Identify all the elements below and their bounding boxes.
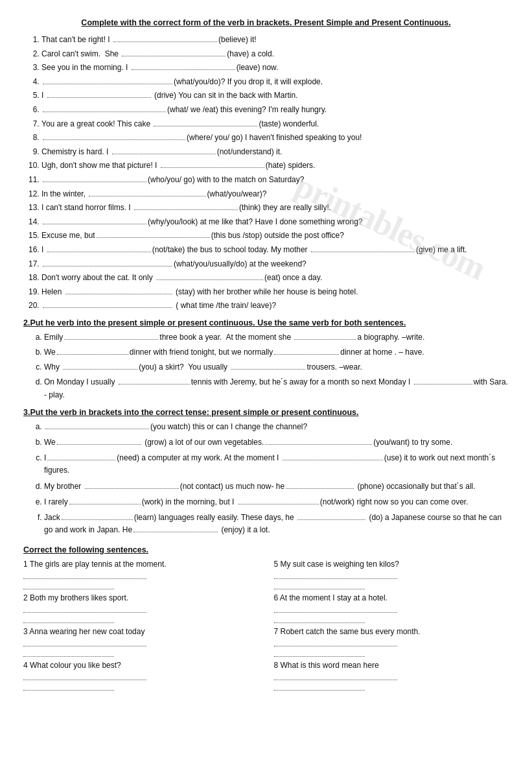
list-item: Don't worry about the cat. It only (eat)… (41, 272, 509, 284)
correct-line-5 (274, 570, 397, 579)
list-item: You are a great cook! This cake (taste) … (41, 118, 509, 130)
correct-line-2 (23, 604, 146, 613)
correct-item-7: 7 Robert catch the same bus every month. (274, 627, 509, 657)
correct-sentence-6: 6 At the moment I stay at a hotel. (274, 593, 509, 602)
list-item: ( what time /the train/ leave)? (41, 300, 509, 312)
correct-line-6b (274, 614, 365, 623)
list-item: I(need) a computer at my work. At the mo… (44, 452, 509, 477)
list-item: Wedinner with friend tonight, but we nor… (44, 346, 509, 359)
correct-line-7b (274, 648, 365, 657)
correct-item-2: 2 Both my brothers likes sport. (23, 593, 259, 623)
correct-line-1 (23, 570, 146, 579)
correct-item-4: 4 What colour you like best? (23, 661, 259, 691)
list-item: Emilythree book a year. At the moment sh… (44, 331, 509, 344)
main-title: Complete with the correct form of the ve… (23, 18, 509, 27)
list-item: (who/you/ go) with to the match on Satur… (41, 174, 509, 186)
list-item: Excuse me, but(this bus /stop) outside t… (41, 230, 509, 242)
correct-line-7 (274, 637, 397, 646)
correct-line-1b (23, 580, 114, 589)
list-item: (you watch) this or can I change the cha… (44, 421, 509, 433)
correct-line-3 (23, 637, 146, 646)
correct-col-right: 5 My suit case is weighing ten kilos? 6 … (274, 560, 509, 694)
list-item: In the winter, (what/you/wear)? (41, 188, 509, 200)
section2-list: Emilythree book a year. At the moment sh… (44, 331, 509, 401)
correct-line-4 (23, 671, 146, 680)
correct-sentence-4: 4 What colour you like best? (23, 661, 259, 670)
correct-section: Correct the following sentences. 1 The g… (23, 545, 509, 694)
correct-line-6 (274, 604, 397, 613)
correct-sentence-8: 8 What is this word mean here (274, 661, 509, 670)
list-item: I (not/take) the bus to school today. My… (41, 244, 509, 256)
correct-sentence-2: 2 Both my brothers likes sport. (23, 593, 259, 602)
list-item: Jack(learn) languages really easily. The… (44, 512, 509, 536)
correct-sentence-3: 3 Anna wearing her new coat today (23, 627, 259, 636)
correct-sentence-1: 1 The girls are play tennis at the momen… (23, 560, 259, 569)
correct-line-8b (274, 681, 365, 691)
list-item: Ugh, don't show me that picture! I (hate… (41, 160, 509, 172)
correct-col-left: 1 The girls are play tennis at the momen… (23, 560, 259, 694)
section3-title: 3.Put the verb in brackets into the corr… (23, 408, 509, 417)
correct-item-1: 1 The girls are play tennis at the momen… (23, 560, 259, 589)
correct-item-5: 5 My suit case is weighing ten kilos? (274, 560, 509, 589)
section2-title: 2.Put he verb into the present simple or… (23, 318, 509, 327)
list-item: Why (you) a skirt? You usually trousers.… (44, 361, 509, 373)
correct-grid: 1 The girls are play tennis at the momen… (23, 560, 509, 694)
list-item: I rarely(work) in the morning, but I (no… (44, 496, 509, 508)
correct-line-3b (23, 648, 114, 657)
correct-title: Correct the following sentences. (23, 545, 509, 554)
correct-line-4b (23, 681, 114, 691)
correct-line-5b (274, 580, 365, 589)
list-item: I (drive) You can sit in the back with M… (41, 89, 509, 102)
list-item: My brother (not contact) us much now- he… (44, 480, 509, 493)
list-item: See you in the morning. I (leave) now. (41, 62, 509, 74)
list-item: (why/you/look) at me like that? Have I d… (41, 216, 509, 228)
list-item: (where/ you/ go) I haven't finished spea… (41, 132, 509, 144)
list-item: That can't be right! I (believe) it! (41, 34, 509, 46)
list-item: Helen (stay) with her brother while her … (41, 286, 509, 298)
list-item: I can't stand horror films. I (think) th… (41, 202, 509, 214)
correct-line-8 (274, 671, 397, 680)
section3-list: (you watch) this or can I change the cha… (44, 421, 509, 537)
correct-line-2b (23, 614, 114, 623)
list-item: Carol can't swim. She (have) a cold. (41, 48, 509, 60)
list-item: (what/ we /eat) this evening? I'm really… (41, 104, 509, 116)
list-item: (what/you/do)? If you drop it, it will e… (41, 76, 509, 88)
correct-item-8: 8 What is this word mean here (274, 661, 509, 691)
correct-item-3: 3 Anna wearing her new coat today (23, 627, 259, 657)
list-item: On Monday I usually tennis with Jeremy, … (44, 376, 509, 401)
correct-sentence-7: 7 Robert catch the same bus every month. (274, 627, 509, 636)
list-item: Chemistry is hard. I (not/understand) it… (41, 146, 509, 158)
section1-list: That can't be right! I (believe) it! Car… (41, 34, 509, 312)
list-item: (what/you/usually/do) at the weekend? (41, 258, 509, 270)
correct-item-6: 6 At the moment I stay at a hotel. (274, 593, 509, 623)
list-item: We (grow) a lot of our own vegetables.(y… (44, 436, 509, 449)
correct-sentence-5: 5 My suit case is weighing ten kilos? (274, 560, 509, 569)
